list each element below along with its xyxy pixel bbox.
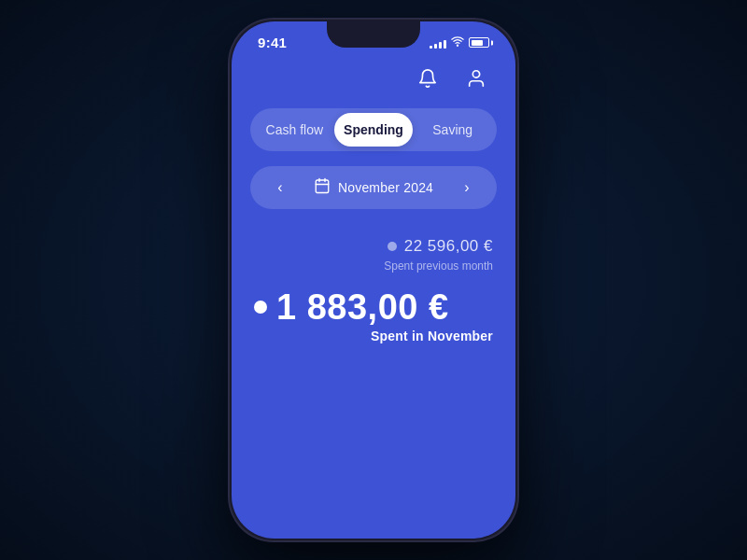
current-amount-row: 1 883,00 € <box>254 289 493 325</box>
amount-section: 22 596,00 € Spent previous month 1 883,0… <box>232 228 515 343</box>
tab-cashflow[interactable]: Cash flow <box>255 113 334 147</box>
bell-icon <box>417 68 438 89</box>
phone-frame: 9:41 <box>229 19 518 541</box>
profile-button[interactable] <box>459 62 493 95</box>
curr-indicator-dot <box>254 301 267 314</box>
battery-fill <box>472 40 484 46</box>
notch <box>327 21 420 48</box>
user-icon <box>466 68 486 89</box>
top-icons <box>232 54 515 105</box>
wifi-icon <box>451 35 464 50</box>
signal-bar-3 <box>439 42 442 49</box>
status-icons <box>430 35 489 50</box>
previous-amount-label: Spent previous month <box>254 259 493 273</box>
phone-screen: 9:41 <box>232 21 515 539</box>
status-time: 9:41 <box>258 35 287 50</box>
current-amount-label: Spent in November <box>254 329 493 343</box>
signal-bar-4 <box>444 40 446 49</box>
svg-point-1 <box>472 71 479 77</box>
prev-month-button[interactable]: ‹ <box>269 179 291 196</box>
current-amount-value: 1 883,00 € <box>276 289 449 325</box>
status-bar: 9:41 <box>232 21 515 54</box>
month-display: November 2024 <box>314 177 433 198</box>
tab-saving[interactable]: Saving <box>413 113 492 147</box>
svg-rect-2 <box>316 180 329 193</box>
tab-selector: Cash flow Spending Saving <box>250 108 497 151</box>
signal-bar-1 <box>430 46 432 49</box>
calendar-icon <box>314 177 331 198</box>
previous-amount-value: 22 596,00 € <box>404 237 493 256</box>
battery-icon <box>469 37 489 48</box>
svg-point-0 <box>457 45 458 46</box>
month-selector: ‹ November 2024 › <box>250 166 497 209</box>
tab-spending[interactable]: Spending <box>334 113 414 147</box>
notification-button[interactable] <box>411 62 444 95</box>
previous-amount-row: 22 596,00 € <box>254 237 493 256</box>
signal-bar-2 <box>434 44 437 49</box>
month-label: November 2024 <box>338 180 433 195</box>
prev-indicator-dot <box>388 242 397 251</box>
signal-icon <box>430 37 446 49</box>
next-month-button[interactable]: › <box>456 179 478 196</box>
